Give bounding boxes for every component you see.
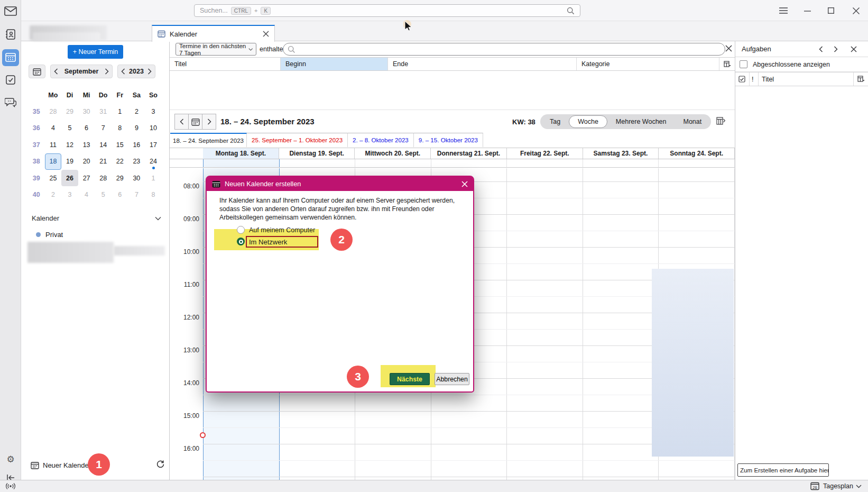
mini-day[interactable]: 23	[128, 153, 145, 170]
mini-day[interactable]: 17	[145, 136, 162, 153]
view-woche[interactable]: Woche	[569, 115, 607, 128]
mini-day[interactable]: 4	[45, 120, 62, 136]
mini-day[interactable]: 7	[95, 120, 112, 136]
close-tasks-icon[interactable]	[851, 46, 857, 52]
dayplan-toggle[interactable]: 26 Tagesplan	[810, 482, 862, 490]
mini-day[interactable]: 5	[95, 186, 112, 203]
allday-cell[interactable]	[203, 159, 280, 167]
mini-day[interactable]: 3	[145, 103, 162, 120]
column-picker-button[interactable]	[719, 58, 735, 70]
week-tab[interactable]: 25. September – 1. Oktober 2023	[247, 133, 348, 147]
mini-day[interactable]: 9	[128, 120, 145, 136]
task-column-picker-button[interactable]	[854, 72, 868, 86]
dialog-close-icon[interactable]	[461, 181, 468, 187]
close-window-button[interactable]	[848, 3, 863, 18]
week-tab[interactable]: 18. – 24. September 2023	[170, 133, 247, 147]
mini-day[interactable]: 5	[61, 120, 78, 136]
chat-space-button[interactable]	[2, 95, 19, 112]
mini-day[interactable]: 12	[61, 136, 78, 153]
mini-day[interactable]: 30	[128, 170, 145, 186]
mini-day[interactable]: 6	[78, 120, 95, 136]
day-column[interactable]	[583, 168, 659, 480]
mini-day[interactable]: 10	[145, 120, 162, 136]
mini-day[interactable]: 29	[112, 170, 128, 186]
day-header[interactable]: Dienstag 19. Sept.	[279, 148, 355, 159]
day-header[interactable]: Montag 18. Sept.	[203, 148, 279, 159]
dialog-titlebar[interactable]: Neuen Kalender erstellen	[207, 177, 473, 191]
view-tag[interactable]: Tag	[541, 115, 569, 128]
task-done-column[interactable]	[735, 72, 750, 86]
column-titel[interactable]: Titel	[170, 58, 281, 70]
maximize-button[interactable]	[824, 3, 838, 18]
addressbook-space-button[interactable]	[2, 26, 19, 43]
radio-local-calendar[interactable]: Auf meinem Computer	[237, 226, 315, 234]
mini-day[interactable]: 18	[45, 153, 62, 170]
week-tab[interactable]: 9. – 15. Oktober 2023	[414, 133, 483, 147]
app-menu-button[interactable]	[776, 3, 791, 18]
mini-day[interactable]: 26	[61, 170, 78, 186]
mini-day[interactable]: 11	[45, 136, 62, 153]
network-status-icon[interactable]	[5, 482, 16, 490]
mini-day[interactable]: 6	[112, 186, 128, 203]
new-event-button[interactable]: + Neuer Termin	[68, 45, 123, 59]
tab-kalender[interactable]: Kalender	[152, 25, 275, 42]
show-completed-checkbox[interactable]	[740, 60, 747, 68]
mini-day[interactable]: 13	[78, 136, 95, 153]
chevron-left-icon[interactable]	[54, 68, 58, 75]
mini-day[interactable]: 8	[145, 186, 162, 203]
tasks-space-button[interactable]	[2, 72, 19, 89]
day-header[interactable]: Samstag 23. Sept.	[583, 148, 659, 159]
sync-calendars-button[interactable]	[156, 460, 165, 470]
previous-week-button[interactable]	[174, 114, 189, 130]
new-task-hint-box[interactable]: Zum Erstellen einer Aufgabe hier	[737, 463, 829, 477]
mini-day[interactable]: 7	[128, 186, 145, 203]
mini-day[interactable]: 25	[45, 170, 62, 186]
mini-day[interactable]: 31	[95, 103, 112, 120]
allday-cell[interactable]	[507, 159, 583, 167]
calendar-item-privat[interactable]: Privat	[36, 231, 63, 239]
global-search-input[interactable]: Suchen... CTRL + K	[194, 4, 580, 17]
mini-day[interactable]: 20	[78, 153, 95, 170]
mini-day[interactable]: 15	[112, 136, 128, 153]
mini-day[interactable]: 30	[78, 103, 95, 120]
mini-day[interactable]: 22	[112, 153, 128, 170]
today-button[interactable]	[188, 114, 202, 130]
allday-cell[interactable]	[355, 159, 431, 167]
tasks-next-icon[interactable]	[834, 46, 838, 52]
chevron-right-icon[interactable]	[147, 68, 152, 75]
column-beginn[interactable]: Beginn	[281, 58, 388, 70]
mini-day[interactable]: 2	[128, 103, 145, 120]
mini-day[interactable]: 27	[78, 170, 95, 186]
column-kategorie[interactable]: Kategorie	[577, 58, 719, 70]
mini-day[interactable]: 28	[95, 170, 112, 186]
rotate-view-button[interactable]	[716, 117, 725, 126]
allday-cell[interactable]	[280, 159, 356, 167]
mini-day[interactable]: 28	[45, 103, 62, 120]
cancel-button[interactable]: Abbrechen	[435, 373, 469, 385]
calendar-list-header[interactable]: Kalender	[32, 214, 161, 222]
allday-cell[interactable]	[431, 159, 507, 167]
mini-day[interactable]: 2	[45, 186, 62, 203]
mini-day[interactable]: 3	[61, 186, 78, 203]
allday-cell[interactable]	[659, 159, 735, 167]
mini-day[interactable]: 14	[95, 136, 112, 153]
mini-day[interactable]: 1	[145, 170, 162, 186]
mini-day[interactable]: 24	[145, 153, 162, 170]
event-search-input[interactable]	[283, 43, 725, 56]
next-week-button[interactable]	[202, 114, 216, 130]
event-range-select[interactable]: Termine in den nächsten 7 Tagen	[176, 43, 256, 56]
day-header[interactable]: Freitag 22. Sept.	[507, 148, 583, 159]
radio-network-label[interactable]: Im Netzwerk	[249, 238, 287, 246]
mini-day[interactable]: 16	[128, 136, 145, 153]
mail-space-button[interactable]	[2, 3, 19, 20]
task-title-column[interactable]: Titel	[759, 72, 854, 86]
close-tab-icon[interactable]	[263, 31, 269, 37]
allday-cell[interactable]	[583, 159, 659, 167]
chevron-down-icon[interactable]	[155, 216, 161, 221]
week-tab[interactable]: 2. – 8. Oktober 2023	[348, 133, 414, 147]
day-header[interactable]: Sonntag 24. Sept.	[659, 148, 735, 159]
day-column[interactable]	[507, 168, 583, 480]
mini-day[interactable]: 21	[95, 153, 112, 170]
mini-day[interactable]: 29	[61, 103, 78, 120]
chevron-right-icon[interactable]	[105, 68, 109, 75]
